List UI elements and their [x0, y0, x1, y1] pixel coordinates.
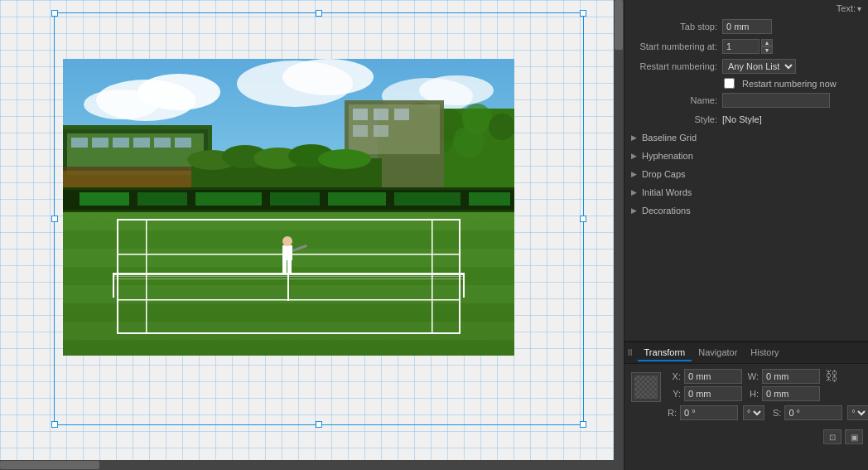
section-drop-caps-label: Drop Caps	[642, 169, 686, 179]
handle-bottom-right[interactable]	[580, 421, 586, 428]
tab-stop-row: Tab stop:	[624, 17, 868, 36]
svg-point-76	[282, 236, 292, 246]
restart-checkbox-row: Restart numbering now	[624, 76, 868, 90]
svg-rect-61	[117, 332, 461, 334]
section-decorations-label: Decorations	[642, 206, 691, 216]
y-input[interactable]	[684, 386, 742, 401]
tab-history[interactable]: History	[744, 345, 785, 361]
svg-rect-15	[154, 138, 171, 148]
canvas-area	[0, 0, 624, 470]
link-icon: ⛓	[825, 369, 838, 384]
handle-top-left[interactable]	[51, 10, 58, 17]
start-numbering-row: Start numbering at: ▲ ▼	[624, 36, 868, 56]
svg-rect-16	[175, 138, 191, 148]
handle-middle-right[interactable]	[580, 216, 586, 222]
right-panel: Text: ▾ Tab stop: Start numbering at: ▲ …	[624, 0, 868, 470]
svg-rect-75	[282, 245, 292, 260]
transform-panel: II Transform Navigator History	[624, 342, 868, 470]
x-input[interactable]	[684, 369, 742, 384]
vertical-scroll-thumb[interactable]	[615, 0, 623, 50]
r-label: R:	[668, 408, 677, 418]
h-label: H:	[745, 389, 759, 399]
svg-rect-70	[113, 273, 114, 298]
restart-numbering-row: Restart numbering: Any Non List	[624, 56, 868, 76]
y-label: Y:	[668, 389, 681, 399]
restart-now-checkbox[interactable]	[724, 78, 735, 89]
horizontal-scroll-thumb[interactable]	[0, 461, 99, 469]
svg-rect-57	[63, 303, 514, 322]
s-label: S:	[773, 408, 781, 418]
svg-point-41	[318, 149, 371, 169]
tennis-image	[63, 59, 514, 356]
bottom-icons-row: ⊡ ▣	[624, 428, 868, 446]
section-drop-caps[interactable]: ▶ Drop Caps	[624, 165, 868, 183]
text-dropdown-arrow[interactable]: ▾	[857, 4, 861, 13]
transform-fields: X: W: ⛓ Y: H:	[668, 369, 861, 404]
s-input[interactable]	[784, 405, 842, 420]
spinner-down[interactable]: ▼	[761, 46, 773, 54]
transform-thumbnail	[631, 372, 661, 402]
svg-rect-50	[469, 192, 510, 206]
svg-rect-35	[374, 125, 388, 137]
baseline-grid-arrow: ▶	[631, 133, 637, 142]
tab-navigator[interactable]: Navigator	[692, 345, 744, 361]
handle-bottom-left[interactable]	[51, 421, 58, 428]
svg-rect-46	[195, 192, 262, 206]
canvas-page	[0, 0, 614, 460]
properties-section: Text: ▾ Tab stop: Start numbering at: ▲ …	[624, 0, 868, 342]
spinner-up[interactable]: ▲	[761, 39, 773, 46]
section-initial-words[interactable]: ▶ Initial Words	[624, 183, 868, 201]
start-numbering-input[interactable]	[722, 39, 760, 54]
r-input[interactable]	[680, 405, 738, 420]
vertical-scrollbar[interactable]	[614, 0, 624, 470]
handle-top-right[interactable]	[580, 10, 586, 17]
svg-rect-14	[133, 138, 150, 148]
svg-rect-52	[63, 212, 514, 230]
restart-numbering-select[interactable]: Any Non List	[722, 59, 796, 74]
bottom-icon-1[interactable]: ⊡	[823, 429, 841, 444]
handle-middle-left[interactable]	[51, 216, 58, 222]
svg-rect-33	[394, 109, 409, 120]
style-label: Style:	[631, 114, 722, 124]
tab-transform[interactable]: Transform	[638, 345, 692, 361]
svg-rect-78	[287, 260, 292, 274]
name-label: Name:	[631, 95, 722, 105]
svg-point-3	[84, 90, 158, 119]
transform-xw-row: X: W: ⛓	[668, 369, 861, 384]
svg-rect-12	[92, 138, 108, 148]
svg-rect-11	[71, 138, 88, 148]
handle-bottom-center[interactable]	[316, 421, 322, 428]
section-baseline-grid[interactable]: ▶ Baseline Grid	[624, 128, 868, 147]
svg-rect-34	[353, 125, 368, 137]
start-numbering-spinner: ▲ ▼	[761, 39, 773, 54]
style-row: Style: [No Style]	[624, 110, 868, 128]
decorations-arrow: ▶	[631, 206, 637, 215]
bottom-icon-2[interactable]: ▣	[845, 429, 863, 444]
x-label: X:	[668, 371, 681, 381]
name-input[interactable]	[722, 93, 830, 108]
h-input[interactable]	[762, 386, 820, 401]
tab-stop-input[interactable]	[722, 19, 772, 34]
svg-rect-77	[282, 260, 287, 274]
svg-rect-58	[63, 322, 514, 340]
transform-content: X: W: ⛓ Y: H: R:	[624, 364, 868, 428]
s-unit-select[interactable]: °	[847, 405, 868, 420]
svg-point-5	[282, 59, 374, 95]
start-numbering-label: Start numbering at:	[631, 41, 722, 51]
section-hyphenation[interactable]: ▶ Hyphenation	[624, 147, 868, 165]
restart-now-label: Restart numbering now	[742, 79, 837, 89]
horizontal-scrollbar[interactable]	[0, 460, 614, 470]
svg-rect-48	[328, 192, 386, 206]
transform-tabs: II Transform Navigator History	[624, 342, 868, 364]
handle-top-center[interactable]	[316, 10, 322, 17]
r-unit-select[interactable]: °	[743, 405, 764, 420]
restart-numbering-label: Restart numbering:	[631, 61, 722, 71]
svg-rect-31	[353, 109, 368, 120]
panel-collapse-button[interactable]: II	[628, 348, 633, 357]
text-label: Text:	[837, 3, 856, 13]
section-decorations[interactable]: ▶ Decorations	[624, 201, 868, 220]
svg-rect-74	[114, 279, 463, 279]
image-frame[interactable]	[54, 12, 584, 425]
w-input[interactable]	[762, 369, 820, 384]
transform-rs-row: R: ° S: °	[631, 405, 861, 420]
